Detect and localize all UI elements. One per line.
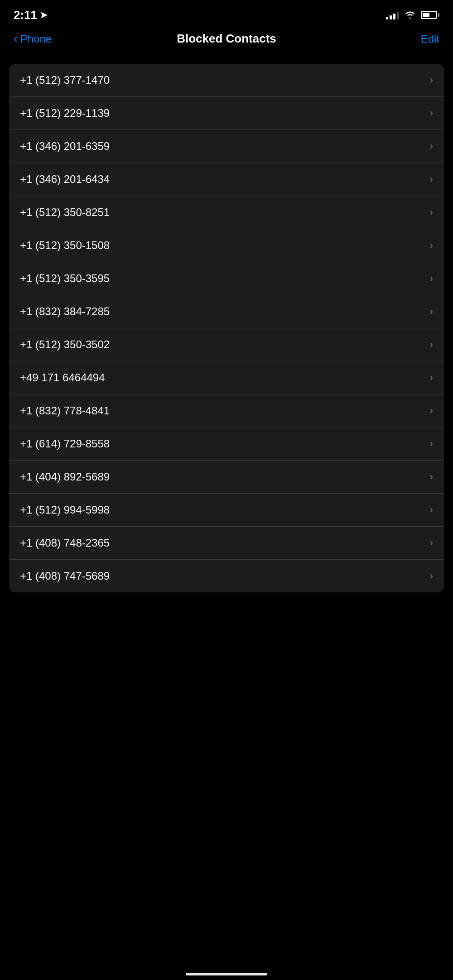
contact-number: +1 (512) 229-1139 [20, 107, 110, 120]
list-item[interactable]: +1 (512) 350-1508› [9, 229, 444, 262]
status-time: 2:11 ➤ [14, 8, 48, 22]
contact-number: +1 (832) 778-4841 [20, 404, 110, 417]
list-item[interactable]: +1 (512) 229-1139› [9, 97, 444, 130]
blocked-contacts-list: +1 (512) 377-1470›+1 (512) 229-1139›+1 (… [9, 64, 444, 592]
chevron-right-icon: › [430, 140, 433, 152]
signal-strength-icon [386, 10, 399, 19]
battery-body [421, 11, 437, 19]
chevron-right-icon: › [430, 173, 433, 185]
contact-number: +1 (512) 377-1470 [20, 74, 110, 86]
chevron-right-icon: › [430, 74, 433, 86]
time-display: 2:11 [14, 8, 37, 22]
list-item[interactable]: +1 (512) 350-8251› [9, 196, 444, 229]
list-item[interactable]: +1 (404) 892-5689› [9, 461, 444, 494]
navigation-header: ‹ Phone Blocked Contacts Edit [0, 27, 453, 55]
list-item[interactable]: +1 (408) 747-5689› [9, 560, 444, 592]
chevron-right-icon: › [430, 273, 433, 284]
battery-fill [423, 13, 429, 17]
signal-bar-1 [386, 17, 388, 19]
list-item[interactable]: +1 (512) 350-3595› [9, 262, 444, 295]
location-arrow-icon: ➤ [40, 10, 48, 20]
list-item[interactable]: +1 (512) 350-3502› [9, 328, 444, 361]
list-item[interactable]: +1 (346) 201-6359› [9, 130, 444, 163]
chevron-right-icon: › [430, 504, 433, 516]
contact-number: +1 (404) 892-5689 [20, 471, 110, 483]
chevron-right-icon: › [430, 306, 433, 317]
page-title: Blocked Contacts [177, 32, 276, 46]
home-indicator [186, 973, 267, 975]
chevron-right-icon: › [430, 438, 433, 450]
chevron-right-icon: › [430, 107, 433, 119]
list-item[interactable]: +1 (512) 994-5998› [9, 494, 444, 527]
list-item[interactable]: +1 (832) 384-7285› [9, 295, 444, 328]
contact-number: +1 (346) 201-6359 [20, 140, 110, 153]
chevron-right-icon: › [430, 240, 433, 251]
contact-number: +1 (408) 747-5689 [20, 570, 110, 582]
contact-number: +1 (512) 350-3502 [20, 338, 110, 351]
contact-number: +49 171 6464494 [20, 371, 105, 384]
contact-number: +1 (408) 748-2365 [20, 537, 110, 549]
list-item[interactable]: +1 (346) 201-6434› [9, 163, 444, 196]
list-item[interactable]: +49 171 6464494› [9, 361, 444, 394]
contact-number: +1 (512) 350-8251 [20, 206, 110, 219]
chevron-right-icon: › [430, 405, 433, 417]
contact-number: +1 (346) 201-6434 [20, 173, 110, 186]
edit-button[interactable]: Edit [421, 33, 439, 45]
chevron-right-icon: › [430, 372, 433, 384]
list-item[interactable]: +1 (832) 778-4841› [9, 394, 444, 428]
list-item[interactable]: +1 (614) 729-8558› [9, 428, 444, 461]
wifi-icon [405, 11, 415, 19]
battery-tip [438, 13, 439, 17]
contact-number: +1 (832) 384-7285 [20, 305, 110, 318]
battery-icon [421, 11, 439, 19]
status-bar: 2:11 ➤ [0, 0, 453, 27]
list-item[interactable]: +1 (408) 748-2365› [9, 527, 444, 560]
contact-number: +1 (512) 350-1508 [20, 239, 110, 252]
status-right-icons [386, 10, 439, 19]
signal-bar-4 [397, 12, 399, 19]
chevron-right-icon: › [430, 207, 433, 218]
chevron-right-icon: › [430, 537, 433, 549]
chevron-right-icon: › [430, 570, 433, 582]
list-item[interactable]: +1 (512) 377-1470› [9, 64, 444, 97]
back-label: Phone [20, 33, 52, 45]
back-chevron-icon: ‹ [14, 32, 18, 46]
chevron-right-icon: › [430, 339, 433, 351]
contact-number: +1 (512) 350-3595 [20, 272, 110, 285]
contact-number: +1 (512) 994-5998 [20, 504, 110, 516]
contact-number: +1 (614) 729-8558 [20, 437, 110, 450]
signal-bar-3 [393, 14, 395, 19]
back-button[interactable]: ‹ Phone [14, 32, 52, 46]
signal-bar-2 [390, 15, 392, 19]
chevron-right-icon: › [430, 471, 433, 483]
